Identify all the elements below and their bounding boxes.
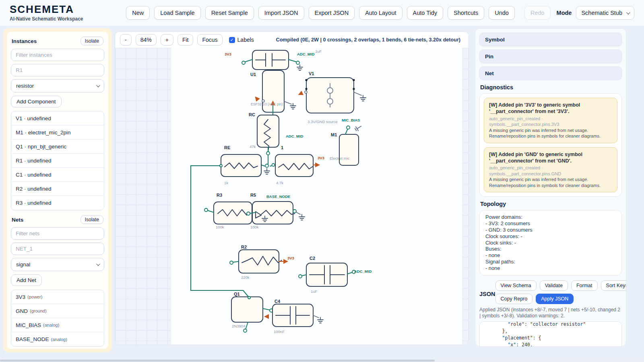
header-button[interactable]: Auto Tidy xyxy=(407,6,443,20)
json-section: JSON View SchemaValidateFormatSort Keys … xyxy=(479,280,622,304)
component-rc[interactable] xyxy=(257,115,279,151)
net-row[interactable]: MIC_BIAS (analog) xyxy=(11,318,104,332)
inspector-section-header[interactable]: Symbol xyxy=(479,33,622,46)
instance-row[interactable]: C1 · undefined xyxy=(11,168,104,182)
topology-line: Power domains: xyxy=(485,214,616,220)
chevron-down-icon xyxy=(96,83,100,87)
schematic-drawing-area[interactable]: 3V3ADC_MID1uFU1ESP32-S3 (ADC pin)V13.3V/… xyxy=(115,48,469,345)
component-c1[interactable] xyxy=(252,50,289,70)
add-net-button[interactable]: Add Net xyxy=(11,274,42,286)
nets-filter-input[interactable] xyxy=(11,227,104,240)
net-name: BASE_NODE xyxy=(16,336,49,342)
instance-row[interactable]: R1 · undefined xyxy=(11,154,104,168)
header-button[interactable]: Import JSON xyxy=(258,6,304,20)
copy-repro-button[interactable]: Copy Repro xyxy=(495,294,533,304)
header-button[interactable]: New xyxy=(126,6,150,20)
net-name-input[interactable] xyxy=(11,243,104,255)
mode-label: Mode xyxy=(557,10,572,16)
json-action-button[interactable]: Validate xyxy=(540,280,568,291)
chevron-down-icon xyxy=(626,10,630,14)
right-sidebar: SymbolPinNet Diagnostics [W] Added pin '… xyxy=(475,28,626,347)
component-r1[interactable] xyxy=(275,154,313,177)
json-apply-status: Applied JSON (instances +8/-7, moved 7 |… xyxy=(479,307,622,319)
redo-button[interactable]: Redo xyxy=(524,6,551,20)
header-button[interactable]: Load Sample xyxy=(154,6,200,20)
topology-line: Signal paths: xyxy=(485,259,616,265)
net-kind: (analog) xyxy=(51,337,67,342)
instance-row[interactable]: Q1 · npn_bjt_generic xyxy=(11,140,104,154)
instance-row[interactable]: M1 · electret_mic_2pin xyxy=(11,125,104,140)
nets-list: 3V3 (power) GND (ground) MIC_BIAS (analo… xyxy=(11,290,104,347)
focus-button[interactable]: Focus xyxy=(197,34,222,45)
component-m1[interactable] xyxy=(339,134,359,165)
labels-checkbox-label: Labels xyxy=(237,37,254,43)
add-component-button[interactable]: Add Component xyxy=(11,96,62,107)
horizontal-scrollbar-thumb[interactable] xyxy=(0,360,435,362)
json-action-button[interactable]: Format xyxy=(571,280,598,291)
json-code-content: "role": "collector resistor" }, "placeme… xyxy=(485,321,616,347)
instance-row[interactable]: R3 · undefined xyxy=(11,196,104,210)
chevron-down-icon xyxy=(96,262,100,266)
instance-type-value: resistor xyxy=(16,83,34,89)
compile-status: Compiled (0E, 2W | 0 crossings, 2 overla… xyxy=(276,37,464,43)
schematic-svg xyxy=(115,48,469,345)
labels-checkbox[interactable]: ✓ xyxy=(229,37,235,43)
topology-line: Clock sources: - xyxy=(485,233,616,240)
net-row[interactable]: BASE_NODE (analog) xyxy=(11,332,104,346)
component-r5[interactable] xyxy=(252,202,295,224)
component-v1[interactable] xyxy=(305,78,355,113)
header-button[interactable]: Undo xyxy=(489,6,515,20)
fit-button[interactable]: Fit xyxy=(178,34,194,45)
apply-json-button[interactable]: Apply JSON xyxy=(536,294,574,304)
warning-body: A missing generic pin was inferred from … xyxy=(489,177,612,188)
logo-block: SCHEMETA AI-Native Schematic Workspace xyxy=(10,4,83,21)
json-action-button[interactable]: Sort Keys xyxy=(601,280,626,291)
net-row[interactable]: GND (ground) xyxy=(11,304,104,318)
net-row[interactable]: 3V3 (power) xyxy=(11,290,104,304)
topology-line: - none xyxy=(485,265,616,272)
inspector-section-header[interactable]: Net xyxy=(479,66,622,80)
net-name: MIC_BIAS xyxy=(16,322,41,328)
inspector-section-header[interactable]: Pin xyxy=(479,49,622,63)
component-r2[interactable] xyxy=(239,250,282,273)
warning-title: [W] Added pin 'GND' to generic symbol '_… xyxy=(489,151,612,165)
component-c2[interactable] xyxy=(306,263,347,286)
instances-isolate-button[interactable]: Isolate xyxy=(80,37,103,45)
zoom-in-button[interactable]: + xyxy=(161,34,173,45)
nets-isolate-button[interactable]: Isolate xyxy=(80,215,103,224)
instance-row[interactable]: R2 · undefined xyxy=(11,182,104,196)
net-kind: (power) xyxy=(27,294,42,299)
zoom-out-button[interactable]: - xyxy=(120,34,132,45)
diagnostics-panel: [W] Added pin '3V3' to generic symbol '_… xyxy=(479,93,622,197)
net-name: 3V3 xyxy=(16,294,25,300)
component-q1[interactable] xyxy=(231,297,263,322)
net-name: GND xyxy=(16,308,28,314)
app-header: SCHEMETA AI-Native Schematic Workspace N… xyxy=(0,0,644,26)
component-re[interactable] xyxy=(221,154,261,177)
warning-meta: auto_generic_pin_created · symbols.__par… xyxy=(489,165,612,177)
json-code-editor[interactable]: "role": "collector resistor" }, "placeme… xyxy=(479,321,622,347)
component-r3[interactable] xyxy=(214,202,252,224)
json-title: JSON xyxy=(479,280,495,304)
app-tagline: AI-Native Schematic Workspace xyxy=(10,16,83,22)
header-button[interactable]: Export JSON xyxy=(309,6,355,20)
instance-row[interactable]: V1 · undefined xyxy=(11,111,104,125)
component-c4[interactable] xyxy=(272,304,313,327)
topology-line: Buses: xyxy=(485,246,616,252)
header-button[interactable]: Reset Sample xyxy=(205,6,254,20)
instance-ref-input[interactable] xyxy=(11,64,104,76)
horizontal-scrollbar[interactable] xyxy=(0,359,644,362)
net-type-select[interactable]: signal xyxy=(11,258,104,271)
instances-filter-input[interactable] xyxy=(11,49,104,61)
net-type-value: signal xyxy=(16,261,30,267)
header-button[interactable]: Auto Layout xyxy=(359,6,402,20)
diagnostics-title: Diagnostics xyxy=(480,84,621,90)
mode-select[interactable]: Schematic Stub xyxy=(576,6,634,20)
instance-type-select[interactable]: resistor xyxy=(11,79,104,93)
diagnostic-warning-card: [W] Added pin 'GND' to generic symbol '_… xyxy=(484,147,617,193)
net-kind: (ground) xyxy=(30,309,47,313)
wire-emitter-net[interactable] xyxy=(191,166,249,298)
zoom-level-button[interactable]: 84% xyxy=(136,34,157,45)
header-button[interactable]: Shortcuts xyxy=(448,6,484,20)
json-action-button[interactable]: View Schema xyxy=(495,280,537,291)
